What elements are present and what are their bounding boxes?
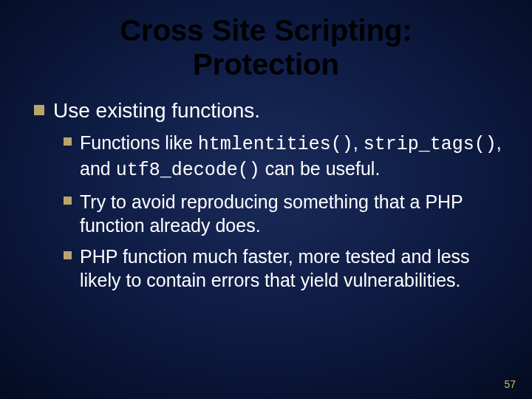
bullet-level2-item: Try to avoid reproducing something that … — [64, 190, 502, 237]
title-line-2: Protection — [193, 48, 339, 81]
text-fragment: can be useful. — [260, 158, 381, 179]
bullet-text-main: Use existing functions. — [53, 98, 260, 123]
bullet-level1: Use existing functions. — [34, 98, 502, 123]
slide-title: Cross Site Scripting: Protection — [30, 13, 502, 81]
code-fn-strip-tags: strip_tags() — [364, 134, 497, 155]
bullet-icon — [64, 137, 72, 146]
bullet-icon — [34, 105, 44, 115]
bullet-level2-item: PHP function much faster, more tested an… — [64, 245, 502, 292]
title-line-1: Cross Site Scripting: — [120, 14, 412, 47]
slide: Cross Site Scripting: Protection Use exi… — [0, 0, 532, 399]
bullet-icon — [64, 197, 72, 205]
bullet-text-sub3: PHP function much faster, more tested an… — [80, 245, 502, 292]
bullet-level2-item: Functions like htmlentities(), strip_tag… — [64, 131, 502, 183]
text-fragment: Functions like — [80, 132, 198, 153]
code-fn-htmlentities: htmlentities() — [198, 134, 353, 155]
page-number: 57 — [504, 378, 516, 390]
bullet-text-sub1: Functions like htmlentities(), strip_tag… — [80, 131, 502, 183]
bullet-text-sub2: Try to avoid reproducing something that … — [80, 190, 502, 237]
bullet-icon — [64, 251, 72, 259]
text-fragment: , — [353, 132, 364, 153]
code-fn-utf8-decode: utf8_decode() — [116, 160, 260, 181]
